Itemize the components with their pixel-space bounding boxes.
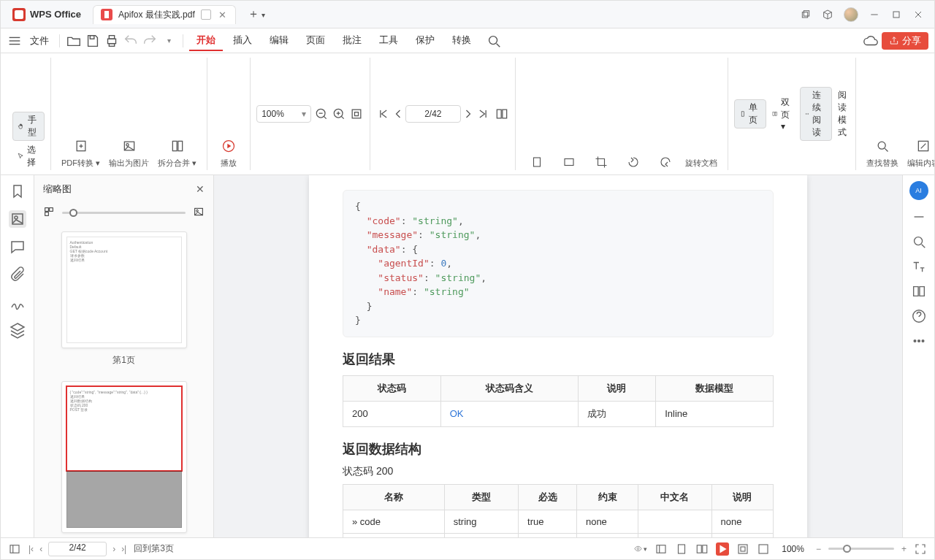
back-to-page[interactable]: 回到第3页 bbox=[134, 542, 174, 555]
sub-status: 状态码 200 bbox=[343, 465, 774, 478]
menu-转换[interactable]: 转换 bbox=[445, 31, 478, 51]
search-icon[interactable] bbox=[486, 33, 502, 49]
rotate-right-icon[interactable] bbox=[650, 154, 681, 170]
edit-content-button[interactable]: 编辑内容 bbox=[903, 136, 934, 170]
view-mode-3-icon[interactable] bbox=[695, 542, 709, 556]
view-mode-6-icon[interactable] bbox=[757, 542, 770, 556]
select-tool-button[interactable]: 选择 bbox=[12, 142, 45, 170]
prev-page-icon[interactable] bbox=[391, 107, 405, 121]
add-tab-button[interactable]: ＋▾ bbox=[243, 7, 270, 22]
zoom-minus[interactable]: − bbox=[816, 544, 821, 554]
hand-tool-button[interactable]: 手型 bbox=[12, 112, 45, 141]
book-view-icon[interactable] bbox=[495, 107, 509, 121]
translate-side-icon[interactable] bbox=[911, 258, 927, 275]
layers-icon[interactable] bbox=[9, 321, 26, 339]
rotate-left-icon[interactable] bbox=[618, 154, 649, 170]
zoom-out-icon[interactable] bbox=[314, 107, 329, 121]
double-page-button[interactable]: 双页 ▾ bbox=[769, 95, 797, 133]
collapse-icon[interactable] bbox=[911, 209, 927, 225]
file-menu[interactable]: 文件 bbox=[26, 34, 53, 47]
signature-icon[interactable] bbox=[9, 294, 26, 311]
maximize-icon[interactable] bbox=[890, 9, 902, 20]
avatar[interactable] bbox=[844, 7, 858, 22]
menu-页面[interactable]: 页面 bbox=[299, 31, 332, 51]
document-tab[interactable]: Apifox 最佳实践.pdf ✕ bbox=[93, 5, 236, 24]
fit-icon[interactable] bbox=[349, 107, 364, 121]
export-image-button[interactable]: 输出为图片 bbox=[104, 136, 153, 170]
svg-point-44 bbox=[15, 216, 18, 219]
attachments-icon[interactable] bbox=[9, 266, 26, 283]
play-status-icon[interactable] bbox=[716, 542, 729, 556]
first-page-status-icon[interactable]: |‹ bbox=[28, 544, 34, 554]
undo-icon[interactable] bbox=[123, 33, 139, 49]
zoom-select[interactable]: 100%▾ bbox=[256, 105, 311, 123]
prev-page-status-icon[interactable]: ‹ bbox=[39, 544, 42, 554]
thumbnails-icon[interactable] bbox=[9, 210, 26, 228]
thumbnail-page-2[interactable]: { "code":"string", "message":"string", "… bbox=[61, 381, 187, 533]
assistant-badge[interactable]: AI bbox=[909, 181, 928, 200]
last-page-icon[interactable] bbox=[476, 107, 490, 121]
page-input[interactable]: 2/42 bbox=[405, 105, 461, 123]
menu-批注[interactable]: 批注 bbox=[335, 31, 369, 51]
more-dropdown-icon[interactable]: ▾ bbox=[161, 33, 177, 49]
zoom-slider[interactable] bbox=[828, 548, 894, 550]
help-side-icon[interactable] bbox=[911, 308, 927, 324]
fit-width-icon[interactable] bbox=[522, 154, 552, 170]
crop-icon[interactable] bbox=[586, 154, 617, 170]
last-page-status-icon[interactable]: ›| bbox=[121, 544, 126, 554]
menu-编辑[interactable]: 编辑 bbox=[262, 31, 296, 51]
visibility-icon[interactable]: ▾ bbox=[634, 542, 647, 556]
detach-tab-icon[interactable] bbox=[201, 9, 211, 20]
hamburger-icon[interactable] bbox=[7, 33, 23, 49]
thumb-size-slider[interactable] bbox=[62, 212, 186, 214]
share-button[interactable]: 分享 bbox=[882, 32, 928, 50]
bookmark-icon[interactable] bbox=[9, 183, 26, 200]
view-mode-2-icon[interactable] bbox=[675, 542, 688, 556]
single-page-button[interactable]: 单页 bbox=[734, 99, 766, 129]
brand[interactable]: WPS Office bbox=[5, 8, 88, 21]
read-side-icon[interactable] bbox=[911, 283, 927, 299]
view-mode-1-icon[interactable] bbox=[654, 542, 668, 556]
cloud-icon[interactable] bbox=[863, 33, 879, 49]
play-button[interactable]: 播放 bbox=[213, 136, 244, 170]
zoom-in-icon[interactable] bbox=[332, 107, 346, 121]
read-mode-button[interactable]: 阅读模式 bbox=[835, 89, 850, 139]
close-tab-icon[interactable]: ✕ bbox=[217, 9, 228, 20]
window-overlay-icon[interactable] bbox=[800, 9, 812, 20]
pdf-convert-button[interactable]: PDF转换 ▾ bbox=[57, 136, 104, 170]
split-merge-button[interactable]: 拆分合并 ▾ bbox=[153, 136, 201, 170]
close-window-icon[interactable] bbox=[912, 9, 924, 20]
next-page-status-icon[interactable]: › bbox=[112, 544, 115, 554]
panel-toggle-icon[interactable] bbox=[8, 542, 21, 556]
fit-page-icon[interactable] bbox=[554, 154, 584, 170]
cube-icon[interactable] bbox=[822, 9, 833, 20]
more-side-icon[interactable] bbox=[911, 333, 927, 349]
open-icon[interactable] bbox=[66, 33, 82, 49]
print-icon[interactable] bbox=[104, 33, 120, 49]
menu-插入[interactable]: 插入 bbox=[226, 31, 259, 51]
next-page-icon[interactable] bbox=[461, 107, 476, 121]
thumbnail-page-1[interactable]: AuthenticationDefaultGET 根据code Account请… bbox=[61, 231, 187, 348]
search-side-icon[interactable] bbox=[911, 234, 927, 250]
close-panel-icon[interactable]: ✕ bbox=[196, 183, 205, 195]
menu-工具[interactable]: 工具 bbox=[372, 31, 405, 51]
find-replace-button[interactable]: 查找替换 bbox=[862, 136, 903, 170]
svg-rect-66 bbox=[741, 547, 745, 551]
rotate-doc-button[interactable]: 旋转文档 bbox=[681, 156, 722, 170]
continuous-button[interactable]: 连续阅读 bbox=[800, 87, 832, 141]
page-status-input[interactable]: 2/42 bbox=[48, 542, 107, 556]
first-page-icon[interactable] bbox=[376, 107, 391, 121]
fullscreen-icon[interactable] bbox=[914, 542, 927, 556]
redo-icon[interactable] bbox=[142, 33, 158, 49]
code-block: { "code": "string", "message": "string",… bbox=[343, 190, 774, 337]
svg-rect-45 bbox=[45, 208, 49, 212]
menu-开始[interactable]: 开始 bbox=[189, 31, 223, 51]
comments-icon[interactable] bbox=[9, 238, 26, 256]
menu-保护[interactable]: 保护 bbox=[408, 31, 442, 51]
save-icon[interactable] bbox=[85, 33, 101, 49]
thumb-grid-icon[interactable] bbox=[43, 206, 55, 220]
view-mode-5-icon[interactable] bbox=[736, 542, 749, 556]
thumb-image-icon[interactable] bbox=[193, 206, 205, 220]
minimize-icon[interactable] bbox=[869, 9, 880, 20]
zoom-plus[interactable]: + bbox=[901, 544, 907, 554]
